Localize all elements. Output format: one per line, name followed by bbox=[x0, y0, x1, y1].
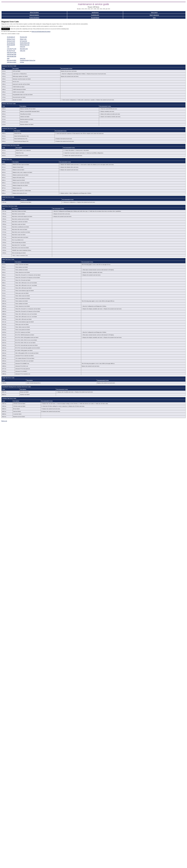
index-link[interactable]: Hard Drive Test bbox=[20, 48, 28, 49]
index-link[interactable]: TouchPad Pointing Device Test bbox=[20, 60, 35, 61]
table-row: 114-01Speaker test failed1. Check system… bbox=[2, 99, 186, 101]
table-section-header: Memory Test Error Codes bbox=[2, 102, 186, 105]
table-row: 697-xxDiskette type error bbox=[2, 187, 186, 189]
nav-link[interactable]: Specifications bbox=[91, 12, 99, 13]
table-row: 214-xxNoise test failed bbox=[2, 121, 186, 123]
table-section-header: Audio Test Error Codes bbox=[2, 376, 186, 379]
nav-link[interactable]: Battery Operations bbox=[150, 14, 159, 16]
table-row: 512-xxVideo gray scale test failed bbox=[2, 292, 186, 294]
index-link[interactable]: 1101 bbox=[7, 46, 9, 47]
table-row: 8601-xxMouse test failed1. Replace the T… bbox=[2, 391, 186, 393]
table-row: 211-xxRandom pattern test failed bbox=[2, 118, 186, 121]
nav-link[interactable]: Index bbox=[153, 17, 156, 18]
table-row: 502-xxVideo memory test failed bbox=[2, 266, 186, 269]
index-link[interactable]: 3301 through 6623 bbox=[7, 61, 16, 63]
intro-p4: Select error codes by number or type: bbox=[1, 33, 186, 35]
index-link[interactable]: 600 through 699 bbox=[7, 44, 15, 45]
nav-link[interactable]: Parts Catalog bbox=[151, 12, 157, 13]
index-link[interactable]: CD Test bbox=[20, 61, 24, 63]
index-link[interactable]: Audio Test bbox=[20, 58, 25, 59]
index-link[interactable]: Serial Test bbox=[20, 46, 25, 47]
table-row: 202-xxMemory system ROM checksum failed2… bbox=[2, 110, 186, 113]
table-row: 2468-xxAdvanced VGA DAC testReplace the … bbox=[2, 365, 186, 368]
index-link[interactable]: 2402 through 2456 bbox=[7, 56, 16, 57]
table-row: 506-xxVideo 80 x 25 mode 8 x 8 character… bbox=[2, 276, 186, 279]
index-link[interactable]: 2458 through 2480 bbox=[7, 54, 16, 55]
index-link[interactable]: Keyboard Test bbox=[20, 40, 27, 41]
table-row: 1702-xxHard drive read test failed3. Rep… bbox=[2, 213, 186, 215]
table-row: 2418-xxECG/VGC memory test failed1. Run … bbox=[2, 331, 186, 334]
table-row: 2478-xxAdvanced VGA BitBLT bbox=[2, 370, 186, 373]
table-row: 2411-xxVideo screen memory page test fai… bbox=[2, 321, 186, 323]
index-link[interactable]: 200 through 215 bbox=[7, 38, 15, 39]
table-row: 304-xxFailed Keyboard Repeat Test3. Repl… bbox=[2, 140, 186, 143]
important-note: IMPORTANT:Retest the system after comple… bbox=[1, 28, 186, 30]
table-row: 601-xxDiskette format failed3. Replace t… bbox=[2, 166, 186, 168]
table-row: 6623-xxRandom read test failed bbox=[2, 415, 186, 418]
back-to-top[interactable]: Back to top bbox=[1, 420, 186, 422]
table-row: 109-xxCMOS clock test failed bbox=[2, 91, 186, 93]
table-row: 604-xxDiskette random seek test failed bbox=[2, 174, 186, 176]
table-row: 106-xxKeyboard controller self-test fail… bbox=[2, 83, 186, 86]
nav-link[interactable]: Before You Begin bbox=[30, 12, 39, 13]
page-title: maintenance & service guide bbox=[1, 3, 186, 5]
table-row: 507-xxVideo 40 x 25 mode test failed bbox=[2, 279, 186, 282]
table-row: 301-xxFailed Self-test/Interface Test bbox=[2, 135, 186, 137]
table-section-header: Serial Test Error Codes bbox=[2, 196, 186, 198]
index-link[interactable]: Parallel Printer Test bbox=[20, 42, 30, 43]
index-link[interactable]: 3206 bbox=[7, 58, 9, 59]
table-section-header: Hard Drive Test Error Codes bbox=[2, 205, 186, 208]
table-row: 101-xxCPU test failedReplace the process… bbox=[2, 70, 186, 72]
table-row: 1138-xxDrive monitoring test failed bbox=[2, 252, 186, 254]
table-row: 1701-xxHard drive format test failed1. R… bbox=[2, 210, 186, 213]
column-header: Description bbox=[13, 400, 41, 402]
table-row: 2432-xx320 x 200 graphics (256 color mod… bbox=[2, 352, 186, 354]
table-section-header: TouchPad® Pointing Device Interface Test… bbox=[2, 385, 186, 388]
table-row: 108-xxCMOS interrupt test failed bbox=[2, 88, 186, 91]
table-row: 2421-xxECG/VGC 640 x 200 graphics mode t… bbox=[2, 336, 186, 339]
table-row: 1133-xxHard drive ECC* test failed bbox=[2, 244, 186, 247]
column-header: Recommended Action bbox=[97, 379, 186, 382]
table-row: 8602-xxInterface test failed bbox=[2, 393, 186, 396]
nav-link[interactable]: Pin Assignments bbox=[91, 17, 99, 18]
table-row: 2425-xxECG/VGC monochrome graphics mode … bbox=[2, 347, 186, 349]
index-link[interactable]: 300 through 304 bbox=[7, 40, 15, 41]
index-link[interactable]: 501 through 516 bbox=[7, 50, 15, 51]
nav-link[interactable]: Removal Sequence bbox=[30, 14, 39, 16]
table-row: 2408-xxVideo 320 x 200 mode color set 0 … bbox=[2, 313, 186, 315]
index-link[interactable]: 101 through 114 bbox=[7, 36, 15, 37]
column-header: Code bbox=[2, 379, 26, 382]
index-link[interactable]: 1701 through 1736 bbox=[7, 48, 16, 49]
column-header: Code bbox=[2, 261, 15, 264]
index-link[interactable]: Video Test bbox=[20, 50, 25, 51]
table-row: 1705-xxHard drive controller test failed bbox=[2, 220, 186, 223]
table-row: 2419-xxECG/VGC ROM checksum test failed2… bbox=[2, 334, 186, 336]
table-row: 3301-xxCD drive read test failed1. Repla… bbox=[2, 402, 186, 405]
column-header: Recommended Action bbox=[81, 261, 186, 264]
index-link[interactable]: Diskette Drive Test bbox=[20, 44, 29, 45]
nav-link[interactable]: Product Description bbox=[30, 17, 39, 18]
removal-link[interactable]: Removal and Replacement Procedures bbox=[32, 31, 50, 32]
table-row: 511-xxVideo screen memory page test fail… bbox=[2, 289, 186, 292]
column-header: Recommended Action bbox=[52, 208, 186, 210]
index-link[interactable]: Processor Test bbox=[20, 36, 27, 37]
index-link[interactable]: 8601 through 8602 bbox=[7, 60, 16, 61]
column-header: Code bbox=[2, 67, 12, 70]
table-row: 1736-xxDrive monitoring test failed bbox=[2, 241, 186, 244]
table-row: 105-xxPort 61 error bbox=[2, 81, 186, 83]
table-row: 610-xxDiskette change line test failed bbox=[2, 184, 186, 187]
index-link[interactable]: 2402 through 2456 bbox=[7, 52, 16, 53]
column-header: Code bbox=[2, 400, 13, 402]
nav-link[interactable]: Troubleshooting bbox=[91, 14, 99, 16]
table-row: 1101-xxSerial port test failed1. Check p… bbox=[2, 201, 186, 204]
table-row: 2456-xxAdvanced VGA 256 Color test faile… bbox=[2, 360, 186, 362]
table-row: 2405-xxVideo 80 x 25 mode 9 x 14 charact… bbox=[2, 308, 186, 310]
table-row: 2416-xxVideo noise pattern test failed bbox=[2, 329, 186, 331]
column-header: Recommended Action bbox=[54, 130, 185, 132]
column-header: Code bbox=[2, 388, 20, 391]
index-link[interactable]: 401 through 403 bbox=[7, 42, 15, 43]
column-header: Code bbox=[2, 105, 20, 107]
index-link[interactable]: Memory Test bbox=[20, 38, 26, 39]
table-row: 107-xxCMOS RAM test failed bbox=[2, 86, 186, 88]
column-header: Description bbox=[11, 208, 52, 210]
